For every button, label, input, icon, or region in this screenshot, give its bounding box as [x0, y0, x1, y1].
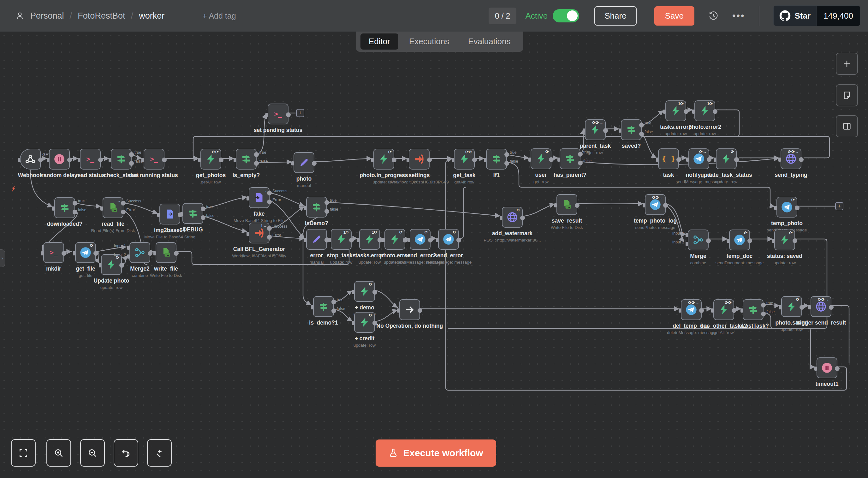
output-port[interactable]: [417, 308, 422, 313]
node-box[interactable]: ⟳: [354, 281, 375, 302]
node-box[interactable]: ⟳⟳→: [781, 148, 801, 169]
input-port[interactable]: [142, 158, 144, 162]
output-port[interactable]: [129, 152, 134, 157]
node-box[interactable]: >_: [43, 242, 64, 263]
node-box[interactable]: ⟳: [781, 296, 802, 317]
node-box[interactable]: [556, 194, 577, 215]
node-box[interactable]: 1⟳: [359, 229, 380, 250]
input-port[interactable]: [774, 206, 777, 210]
node-status-saved[interactable]: ⟳status: savedupdate: row: [774, 230, 795, 250]
connection[interactable]: [328, 202, 500, 216]
node-box[interactable]: >_: [144, 149, 164, 170]
node-send-error2[interactable]: ⟳send_error2sendMessage: message: [410, 229, 431, 250]
input-port[interactable]: [528, 157, 531, 162]
output-port[interactable]: [457, 238, 461, 242]
output-port[interactable]: [377, 238, 382, 242]
tab-evaluations[interactable]: Evaluations: [460, 33, 519, 50]
node-box[interactable]: { }: [658, 148, 679, 169]
node-photo-error[interactable]: ⟳photo.errorupdate: row: [384, 229, 405, 250]
connection[interactable]: [446, 159, 846, 390]
node-notify-me[interactable]: ⟳→notify_mesendMessage: message: [688, 148, 709, 169]
connection[interactable]: [507, 155, 529, 158]
output-port[interactable]: [676, 157, 681, 162]
output-port[interactable]: [403, 238, 407, 242]
node-plus-credit[interactable]: ⟳+ creditupdate: row: [354, 312, 375, 333]
node-box[interactable]: ⟳: [384, 229, 405, 250]
output-port[interactable]: [267, 226, 272, 231]
workflow-name[interactable]: worker: [139, 11, 164, 21]
input-port[interactable]: [778, 157, 781, 162]
output-port[interactable]: [734, 157, 739, 162]
output-port[interactable]: [732, 308, 736, 313]
node-box[interactable]: 1⟳: [694, 100, 715, 121]
output-port[interactable]: [699, 308, 704, 313]
node-call-bfl[interactable]: 1→SuccessErrorCall BFL_GeneratorWorkflow…: [249, 222, 270, 243]
node-if1[interactable]: truefalseIf1: [486, 149, 507, 170]
input-port[interactable]: [772, 239, 775, 243]
node-box[interactable]: truefalse: [54, 197, 75, 218]
input-port[interactable]: [583, 128, 585, 132]
node-photo-in-progress[interactable]: ⟳photo.in_progressupdate: row: [373, 149, 394, 170]
input-port[interactable]: [814, 366, 817, 371]
output-port[interactable]: [121, 210, 126, 214]
add-sticky-note-button[interactable]: [836, 84, 858, 107]
output-port[interactable]: [129, 161, 134, 166]
node-is-empty[interactable]: truefalseis_empty?: [236, 149, 257, 170]
input-port[interactable]: [153, 251, 156, 256]
input-port[interactable]: [808, 305, 811, 309]
node-send-typing[interactable]: ⟳⟳→send_typing: [781, 148, 801, 169]
output-port[interactable]: [472, 157, 477, 162]
output-port[interactable]: [93, 251, 98, 256]
output-port[interactable]: [219, 157, 223, 162]
node-img2base64[interactable]: img2base64Move File to Base64 String: [159, 204, 180, 225]
node-tasks-error[interactable]: 1⟳tasks.errorupdate: row: [359, 229, 380, 250]
node-box[interactable]: ⟳: [354, 312, 375, 333]
breadcrumb-folder[interactable]: FotoRestBot: [78, 11, 125, 21]
input-port[interactable]: [247, 232, 249, 236]
add-tag-button[interactable]: + Add tag: [202, 11, 236, 21]
output-port[interactable]: [324, 209, 329, 214]
connection[interactable]: [448, 239, 827, 328]
input-port[interactable]: [108, 158, 111, 162]
output-port[interactable]: [312, 161, 317, 166]
fit-view-button[interactable]: [11, 439, 36, 467]
output-port[interactable]: [504, 161, 509, 166]
node-box[interactable]: ⟳⟳→: [585, 119, 606, 140]
input-port[interactable]: [180, 212, 183, 216]
node-timeout1[interactable]: timeout1: [816, 357, 837, 378]
input-port[interactable]: [714, 157, 716, 162]
node-box[interactable]: ⟳→: [688, 148, 709, 169]
node-box[interactable]: [49, 149, 70, 170]
node-write-file[interactable]: write_fileWrite File to Disk: [156, 242, 177, 263]
connection[interactable]: [315, 158, 372, 162]
output-port[interactable]: [332, 300, 336, 304]
node-box[interactable]: 1⟳: [331, 229, 352, 250]
connection[interactable]: [257, 114, 267, 155]
output-port[interactable]: [578, 161, 583, 166]
output-port[interactable]: [428, 238, 433, 242]
input-port[interactable]: [304, 206, 307, 210]
input-port[interactable]: [127, 246, 130, 250]
node-box[interactable]: Input 1Input 2: [688, 230, 709, 250]
output-port[interactable]: [575, 203, 580, 208]
output-port[interactable]: [324, 200, 329, 205]
node-box[interactable]: [306, 229, 327, 250]
node-trigger-send-result[interactable]: ⟳⟳→trigger send_result: [811, 296, 831, 317]
node-temp-photo[interactable]: ⟳temp_photosendPhoto: message: [776, 197, 797, 217]
output-port[interactable]: [267, 191, 272, 196]
input-port[interactable]: [78, 158, 80, 162]
add-node-endpoint[interactable]: +: [835, 202, 843, 210]
node-error[interactable]: errormanual: [306, 229, 327, 250]
node-box[interactable]: ⟳: [729, 230, 750, 250]
connection[interactable]: [832, 306, 849, 363]
input-port[interactable]: [741, 308, 743, 312]
node-box[interactable]: →SuccessError: [249, 187, 270, 208]
node-box[interactable]: Input 1Input 2: [129, 242, 150, 263]
output-port[interactable]: [392, 157, 397, 162]
node-send-error[interactable]: ⟳send_errorsendMessage: message: [438, 229, 459, 250]
output-port[interactable]: [795, 206, 800, 210]
input-port[interactable]: [686, 233, 688, 237]
node-box[interactable]: truefalse: [306, 197, 327, 217]
output-port[interactable]: [98, 157, 103, 162]
output-port[interactable]: [835, 366, 840, 371]
